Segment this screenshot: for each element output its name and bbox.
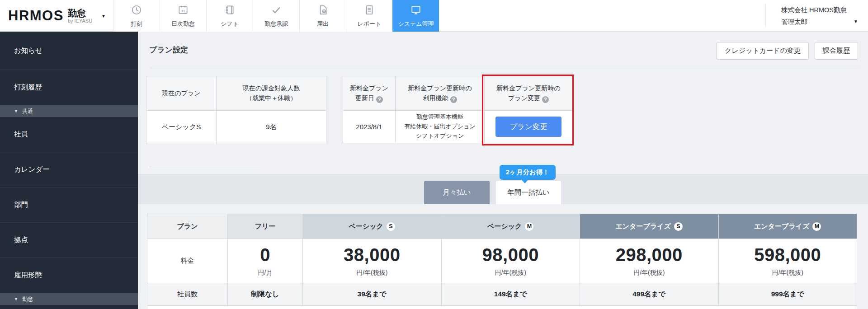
tier-badge-s: S — [387, 222, 395, 231]
page-actions: クレジットカードの変更 課金履歴 — [717, 42, 858, 60]
help-icon[interactable]: ? — [450, 96, 457, 103]
renewal-date-header: 新料金プラン 更新日? — [343, 76, 395, 110]
price-free: 0円/月 — [227, 239, 302, 283]
company-name: 株式会社 HRMOS勤怠 — [781, 4, 858, 16]
logo-dropdown-caret-icon[interactable]: ▼ — [101, 14, 106, 19]
calendar-icon: 31 — [177, 4, 189, 18]
clock-icon — [131, 4, 142, 18]
section-caret-icon: ▼ — [14, 109, 18, 113]
help-icon[interactable]: ? — [376, 96, 383, 103]
sidebar-item-bumon[interactable]: 部門 — [0, 187, 138, 223]
sidebar-item-kyoten[interactable]: 拠点 — [0, 223, 138, 258]
document-upload-icon — [317, 4, 329, 18]
plan-header-enterprise-s: エンタープライズS — [580, 214, 718, 239]
billing-history-button[interactable]: 課金履歴 — [815, 42, 858, 60]
section-divider — [149, 167, 260, 167]
tier-badge-m: M — [812, 222, 821, 231]
product-name: 勤怠 — [68, 8, 92, 18]
sidebar-section-kintai[interactable]: ▼勤怠 — [0, 293, 138, 305]
monitor-icon — [410, 4, 422, 18]
checkmark-icon — [270, 4, 282, 18]
plan-header-basic-s: ベーシックS — [302, 214, 441, 239]
sidebar-item-calendar[interactable]: カレンダー — [0, 152, 138, 187]
pricing-corner-header: プラン — [147, 214, 227, 239]
tab-monthly-payment[interactable]: 月々払い — [424, 181, 490, 204]
renewal-plan-change-header: 新料金プラン更新時の プラン変更? — [484, 76, 572, 110]
account-dropdown-caret-icon[interactable]: ▼ — [854, 18, 858, 26]
renewal-plan-table: 新料金プラン 更新日? 新料金プラン更新時の 利用機能? 新料金プラン更新時の … — [343, 76, 573, 143]
employees-enterprise-m: 999名まで — [718, 283, 857, 305]
section-caret-icon: ▼ — [14, 297, 18, 301]
plan-settings-page: プラン設定 クレジットカードの変更 課金履歴 現在のプラン 現在の課金対象人数 … — [138, 32, 868, 309]
help-icon[interactable]: ? — [542, 96, 549, 103]
account-menu[interactable]: 株式会社 HRMOS勤怠 管理太郎 ▼ — [765, 4, 858, 28]
change-credit-card-button[interactable]: クレジットカードの変更 — [717, 42, 809, 60]
plan-header-free: フリー — [227, 214, 302, 239]
report-document-icon — [363, 4, 375, 18]
current-plan-table: 現在のプラン 現在の課金対象人数 （就業中＋休職） ベーシックS 9名 — [146, 76, 326, 144]
sidebar-item-shain[interactable]: 社員 — [0, 117, 138, 152]
app-logo: HRMOS 勤怠 by IEYASU ▼ — [8, 0, 106, 32]
billed-count-value: 9名 — [216, 110, 326, 144]
plan-header-enterprise-m: エンタープライズM — [718, 214, 857, 239]
employees-basic-m: 149名まで — [441, 283, 580, 305]
price-basic-s: 38,000円/年(税抜) — [302, 239, 441, 283]
current-plan-header: 現在のプラン — [146, 76, 216, 110]
next-row-partial — [147, 305, 857, 309]
price-enterprise-m: 598,000円/年(税抜) — [718, 239, 857, 283]
price-basic-m: 98,000円/年(税抜) — [441, 239, 580, 283]
employees-free: 制限なし — [227, 283, 302, 305]
renewal-features-header: 新料金プラン更新時の 利用機能? — [395, 76, 484, 110]
nav-item-dakoku[interactable]: 打刻 — [113, 0, 160, 32]
tier-badge-s: S — [674, 222, 683, 231]
top-navigation: 打刻 31 日次勤怠 シフト 勤怠承認 届出 レポート システム管理 — [113, 0, 439, 32]
current-plan-value: ベーシックS — [146, 110, 216, 144]
top-bar: HRMOS 勤怠 by IEYASU ▼ 打刻 31 日次勤怠 シフト 勤怠承認… — [0, 0, 868, 32]
page-title: プラン設定 — [149, 45, 188, 55]
brand-logo: HRMOS — [8, 8, 64, 24]
discount-badge: 2ヶ月分お得！ — [500, 165, 556, 180]
price-enterprise-s: 298,000円/年(税抜) — [580, 239, 718, 283]
tier-badge-m: M — [525, 222, 533, 231]
notebook-icon — [224, 4, 236, 18]
billed-count-header: 現在の課金対象人数 （就業中＋休職） — [216, 76, 326, 110]
nav-item-kintai-shonin[interactable]: 勤怠承認 — [253, 0, 299, 32]
sidebar-section-kyotsu[interactable]: ▼共通 — [0, 105, 138, 117]
employees-basic-s: 39名まで — [302, 283, 441, 305]
renewal-date-value: 2023/8/1 — [343, 110, 395, 143]
employees-row-label: 社員数 — [147, 283, 227, 305]
billing-cycle-band: 2ヶ月分お得！ 月々払い 年間一括払い — [138, 174, 868, 204]
svg-text:31: 31 — [181, 9, 185, 13]
sidebar-item-koyo-keitai[interactable]: 雇用形態 — [0, 258, 138, 293]
title-divider — [149, 68, 858, 68]
price-row-label: 料金 — [147, 239, 227, 283]
sidebar-item-oshirase[interactable]: お知らせ — [0, 32, 138, 70]
nav-item-todokede[interactable]: 届出 — [299, 0, 346, 32]
nav-item-nichiji-kintai[interactable]: 31 日次勤怠 — [160, 0, 206, 32]
sidebar-item-dakoku-rireki[interactable]: 打刻履歴 — [0, 70, 138, 105]
user-name: 管理太郎 — [781, 16, 807, 28]
renewal-plan-change-cell: プラン変更 — [484, 110, 572, 143]
renewal-features-value: 勤怠管理基本機能 有給休暇・届出オプション シフトオプション — [395, 110, 484, 143]
nav-item-report[interactable]: レポート — [346, 0, 392, 32]
employees-enterprise-s: 499名まで — [580, 283, 718, 305]
brand-byline: by IEYASU — [68, 18, 92, 23]
plan-change-button[interactable]: プラン変更 — [495, 117, 561, 137]
nav-item-shift[interactable]: シフト — [206, 0, 253, 32]
pricing-table: プラン フリー ベーシックS ベーシックM エンタープライズS エンタープライズ… — [147, 214, 857, 309]
plan-header-basic-m: ベーシックM — [441, 214, 580, 239]
tab-annual-payment[interactable]: 年間一括払い — [496, 181, 561, 204]
sidebar: お知らせ 打刻履歴 ▼共通 社員 カレンダー 部門 拠点 雇用形態 ▼勤怠 — [0, 32, 138, 309]
nav-item-system-kanri[interactable]: システム管理 — [392, 0, 439, 32]
